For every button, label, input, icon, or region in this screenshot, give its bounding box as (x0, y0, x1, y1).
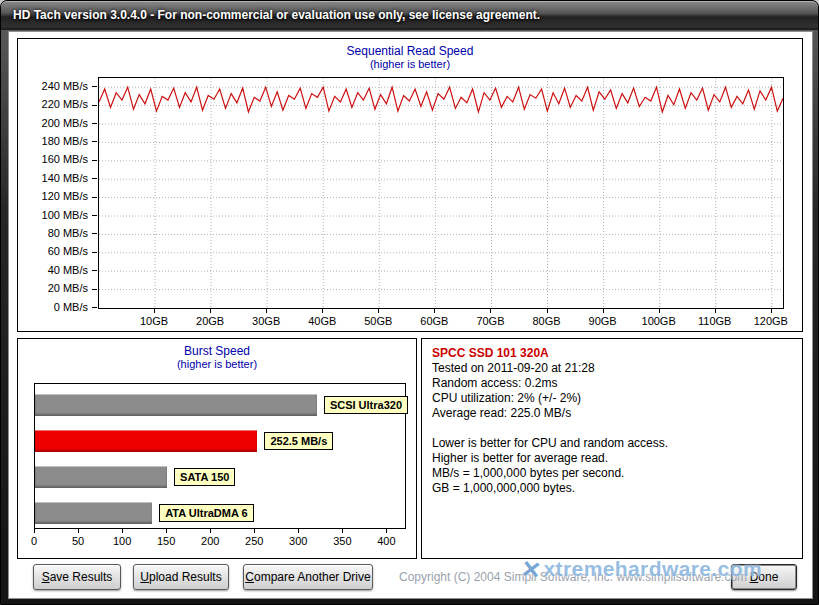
y-tick-mark (92, 307, 97, 308)
sequential-x-axis: 10GB20GB30GB40GB50GB60GB70GB80GB90GB100G… (98, 309, 784, 331)
y-axis-label: 100 MB/s (42, 209, 88, 221)
burst-axis-label: 150 (157, 535, 175, 547)
y-tick-mark (92, 289, 97, 290)
compare-another-drive-button[interactable]: Compare Another Drive (243, 564, 373, 590)
info-line-random-access: Random access: 0.2ms (432, 376, 792, 391)
burst-axis-label: 350 (333, 535, 351, 547)
x-tick-mark (378, 309, 379, 313)
y-tick-mark (92, 197, 97, 198)
hdtach-window: HD Tach version 3.0.4.0 - For non-commer… (0, 0, 819, 605)
info-note-lower: Lower is better for CPU and random acces… (432, 436, 792, 451)
y-tick-mark (92, 141, 97, 142)
y-axis-label: 80 MB/s (48, 227, 88, 239)
client-area: Sequential Read Speed (higher is better)… (8, 31, 813, 599)
info-note-mbs: MB/s = 1,000,000 bytes per second. (432, 466, 792, 481)
burst-axis-label: 0 (31, 535, 37, 547)
info-note-gb: GB = 1,000,000,000 bytes. (432, 481, 792, 496)
burst-axis-label: 250 (245, 535, 263, 547)
y-tick-mark (92, 160, 97, 161)
burst-speed-panel: Burst Speed (higher is better) SCSI Ultr… (17, 338, 417, 559)
x-tick-mark (434, 309, 435, 313)
x-axis-label: 70GB (476, 315, 504, 327)
y-axis-label: 60 MB/s (48, 245, 88, 257)
info-line-tested: Tested on 2011-09-20 at 21:28 (432, 361, 792, 376)
y-axis-label: 240 MB/s (42, 80, 88, 92)
window-title: HD Tach version 3.0.4.0 - For non-commer… (13, 8, 540, 22)
burst-bar-label: SATA 150 (174, 468, 235, 486)
x-axis-label: 90GB (589, 315, 617, 327)
drive-info-panel: SPCC SSD 101 320A Tested on 2011-09-20 a… (421, 338, 803, 559)
burst-bar-label: ATA UltraDMA 6 (159, 504, 254, 522)
titlebar[interactable]: HD Tach version 3.0.4.0 - For non-commer… (1, 1, 818, 30)
x-axis-label: 80GB (532, 315, 560, 327)
burst-bar-label: SCSI Ultra320 (324, 396, 408, 414)
y-axis-label: 120 MB/s (42, 190, 88, 202)
burst-bar-label: 252.5 MB/s (264, 432, 333, 450)
y-tick-mark (92, 178, 97, 179)
y-axis-label: 180 MB/s (42, 135, 88, 147)
y-axis-label: 20 MB/s (48, 282, 88, 294)
info-line-average-read: Average read: 225.0 MB/s (432, 406, 792, 421)
save-results-label: ave Results (50, 570, 113, 584)
x-tick-mark (547, 309, 548, 313)
sequential-y-axis: 240 MB/s220 MB/s200 MB/s180 MB/s160 MB/s… (18, 77, 98, 309)
info-line-cpu-utilization: CPU utilization: 2% (+/- 2%) (432, 391, 792, 406)
y-tick-mark (92, 233, 97, 234)
burst-chart-title: Burst Speed (18, 339, 416, 358)
y-axis-label: 40 MB/s (48, 264, 88, 276)
x-tick-mark (266, 309, 267, 313)
y-axis-label: 160 MB/s (42, 153, 88, 165)
x-axis-label: 50GB (364, 315, 392, 327)
save-results-button[interactable]: Save Results (33, 564, 121, 590)
burst-axis-label: 400 (377, 535, 395, 547)
y-axis-label: 140 MB/s (42, 172, 88, 184)
done-accesskey: D (750, 570, 759, 584)
x-axis-label: 30GB (252, 315, 280, 327)
burst-axis-label: 50 (72, 535, 84, 547)
burst-tick-mark (78, 529, 79, 533)
compare-label: ompare Another Drive (254, 570, 371, 584)
y-tick-mark (92, 86, 97, 87)
y-axis-label: 220 MB/s (42, 98, 88, 110)
burst-axis-label: 200 (201, 535, 219, 547)
x-axis-label: 10GB (140, 315, 168, 327)
info-spacer (432, 421, 792, 436)
x-tick-mark (715, 309, 716, 313)
x-tick-mark (490, 309, 491, 313)
x-axis-label: 110GB (698, 315, 731, 327)
x-axis-label: 120GB (754, 315, 788, 327)
burst-tick-mark (342, 529, 343, 533)
x-tick-mark (603, 309, 604, 313)
burst-bar (35, 394, 317, 416)
upload-results-button[interactable]: Upload Results (133, 564, 229, 590)
burst-bar (35, 430, 257, 452)
y-tick-mark (92, 252, 97, 253)
burst-bar (35, 466, 167, 488)
burst-tick-mark (254, 529, 255, 533)
y-tick-mark (92, 215, 97, 216)
x-axis-label: 100GB (642, 315, 676, 327)
burst-axis-label: 100 (113, 535, 131, 547)
x-axis-label: 20GB (196, 315, 224, 327)
x-tick-mark (659, 309, 660, 313)
burst-plot: SCSI Ultra320252.5 MB/sSATA 150ATA Ultra… (34, 383, 406, 529)
compare-accesskey: C (245, 570, 254, 584)
burst-tick-mark (34, 529, 35, 533)
burst-x-axis: 050100150200250300350400 (34, 529, 406, 553)
read-speed-line (99, 87, 783, 112)
burst-tick-mark (122, 529, 123, 533)
x-tick-mark (771, 309, 772, 313)
y-tick-mark (92, 105, 97, 106)
sequential-line-chart (99, 78, 783, 308)
done-label: one (758, 570, 778, 584)
x-tick-mark (322, 309, 323, 313)
burst-axis-label: 300 (289, 535, 307, 547)
upload-results-accesskey: U (140, 570, 149, 584)
upload-results-label: pload Results (149, 570, 222, 584)
y-tick-mark (92, 270, 97, 271)
burst-tick-mark (166, 529, 167, 533)
sequential-read-panel: Sequential Read Speed (higher is better)… (17, 38, 803, 332)
y-tick-mark (92, 123, 97, 124)
burst-tick-mark (386, 529, 387, 533)
burst-bar (35, 502, 152, 524)
